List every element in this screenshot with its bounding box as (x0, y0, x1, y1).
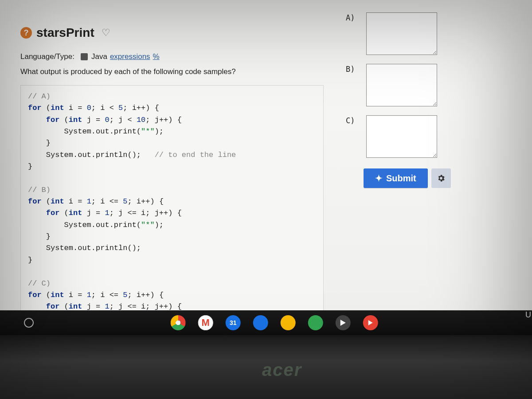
answer-input-b[interactable] (366, 64, 437, 106)
problem-title: starsPrint (36, 26, 94, 40)
chrome-icon[interactable] (171, 315, 186, 330)
submit-button[interactable]: ✦ Submit (364, 168, 428, 188)
answer-label-b: B) (346, 64, 362, 74)
answer-label-a: A) (346, 12, 362, 22)
problem-prompt: What output is produced by each of the f… (20, 67, 324, 76)
favorite-icon[interactable]: ♡ (102, 27, 110, 39)
edge-letter: U (524, 310, 532, 320)
answer-label-c: C) (346, 115, 362, 125)
brand-logo: acer (262, 360, 302, 380)
submit-indicator-icon: ✦ (375, 173, 383, 184)
meta-language: Java (91, 52, 107, 61)
gmail-icon[interactable]: M (198, 315, 213, 330)
camera-icon[interactable] (308, 315, 323, 330)
youtube-icon[interactable] (363, 315, 378, 330)
meta-label: Language/Type: (20, 52, 74, 61)
files-icon[interactable] (253, 315, 268, 330)
docs-icon[interactable] (281, 315, 296, 330)
taskbar: M 31 (0, 310, 532, 335)
launcher-icon[interactable] (24, 318, 34, 328)
answer-input-c[interactable] (366, 115, 437, 158)
play-icon[interactable] (336, 315, 351, 330)
calendar-icon[interactable]: 31 (226, 315, 241, 330)
submit-label: Submit (386, 173, 416, 184)
gear-icon (437, 174, 446, 183)
tag-link-expressions[interactable]: expressions (110, 52, 150, 61)
answer-input-a[interactable] (366, 12, 437, 55)
tag-link-percent[interactable]: % (153, 52, 160, 61)
java-icon (81, 53, 88, 60)
question-icon: ? (20, 27, 32, 39)
settings-button[interactable] (431, 168, 451, 188)
